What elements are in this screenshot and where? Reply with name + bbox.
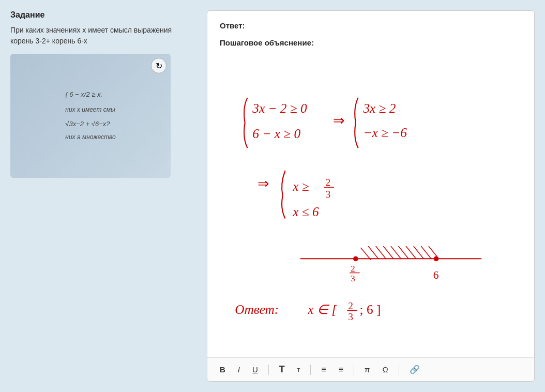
bold-button[interactable]: B — [216, 363, 230, 376]
image-text: { 6 − x/2 ≥ x. них х имеет смы √3x−2 + √… — [57, 80, 124, 152]
text-small-button[interactable]: т — [293, 364, 305, 375]
svg-point-12 — [353, 256, 358, 261]
svg-text:6 − x ≥ 0: 6 − x ≥ 0 — [252, 126, 300, 141]
svg-text:x ≥: x ≥ — [292, 179, 309, 193]
divider-4 — [399, 365, 399, 375]
toolbar: B I U T т ≡ ≡ π Ω 🔗 — [207, 357, 534, 381]
divider-1 — [268, 365, 269, 375]
link-button[interactable]: 🔗 — [405, 363, 424, 376]
left-panel: Задание При каких значениях х имеет смыс… — [10, 10, 196, 382]
svg-text:2: 2 — [351, 263, 355, 274]
svg-text:3x ≥ 2: 3x ≥ 2 — [362, 101, 396, 115]
svg-line-15 — [368, 246, 378, 259]
svg-text:3: 3 — [348, 311, 353, 322]
svg-text:; 6 ]: ; 6 ] — [360, 302, 381, 316]
svg-text:2: 2 — [348, 300, 353, 311]
svg-text:⇒: ⇒ — [258, 175, 269, 191]
svg-line-21 — [414, 246, 423, 259]
refresh-button[interactable]: ↻ — [151, 58, 166, 73]
svg-line-14 — [361, 248, 371, 260]
divider-2 — [310, 365, 311, 375]
list-unordered-button[interactable]: ≡ — [335, 363, 347, 376]
text-big-button[interactable]: T — [275, 362, 289, 377]
image-placeholder: { 6 − x/2 ≥ x. них х имеет смы √3x−2 + √… — [10, 54, 171, 178]
svg-text:Ответ:: Ответ: — [235, 302, 279, 316]
list-ordered-button[interactable]: ≡ — [317, 363, 330, 376]
svg-line-18 — [391, 246, 401, 259]
svg-text:−x ≥ −6: −x ≥ −6 — [363, 125, 407, 140]
svg-text:⇒: ⇒ — [333, 112, 345, 128]
right-panel: Ответ: Пошаговое объяснение: 3x − 2 ≥ 0 … — [207, 10, 535, 382]
svg-line-16 — [376, 246, 386, 259]
pi-button[interactable]: π — [360, 363, 374, 376]
divider-3 — [354, 365, 354, 375]
svg-line-22 — [421, 246, 431, 259]
italic-button[interactable]: I — [234, 363, 244, 376]
svg-line-23 — [429, 246, 438, 259]
task-image: { 6 − x/2 ≥ x. них х имеет смы √3x−2 + √… — [10, 54, 171, 178]
task-title: Задание — [10, 10, 196, 20]
svg-text:6: 6 — [433, 269, 439, 281]
answer-area: Ответ: Пошаговое объяснение: 3x − 2 ≥ 0 … — [207, 11, 534, 357]
solution-svg: 3x − 2 ≥ 0 6 − x ≥ 0 ⇒ 3x ≥ 2 −x ≥ −6 ⇒ … — [220, 57, 522, 339]
omega-button[interactable]: Ω — [378, 363, 392, 376]
svg-line-19 — [399, 246, 408, 259]
step-label: Пошаговое объяснение: — [220, 38, 522, 47]
svg-text:x ≤ 6: x ≤ 6 — [292, 204, 319, 219]
svg-text:3x − 2 ≥ 0: 3x − 2 ≥ 0 — [252, 101, 307, 115]
task-description: При каких значениях х имеет смысл выраже… — [10, 25, 196, 47]
svg-text:3: 3 — [325, 189, 330, 200]
svg-point-13 — [434, 256, 439, 261]
svg-text:2: 2 — [325, 177, 330, 188]
svg-line-20 — [406, 246, 416, 259]
answer-label: Ответ: — [220, 21, 522, 30]
svg-text:3: 3 — [351, 273, 355, 283]
underline-button[interactable]: U — [248, 363, 262, 376]
svg-text:x ∈ [: x ∈ [ — [307, 302, 337, 316]
svg-line-17 — [383, 246, 393, 259]
